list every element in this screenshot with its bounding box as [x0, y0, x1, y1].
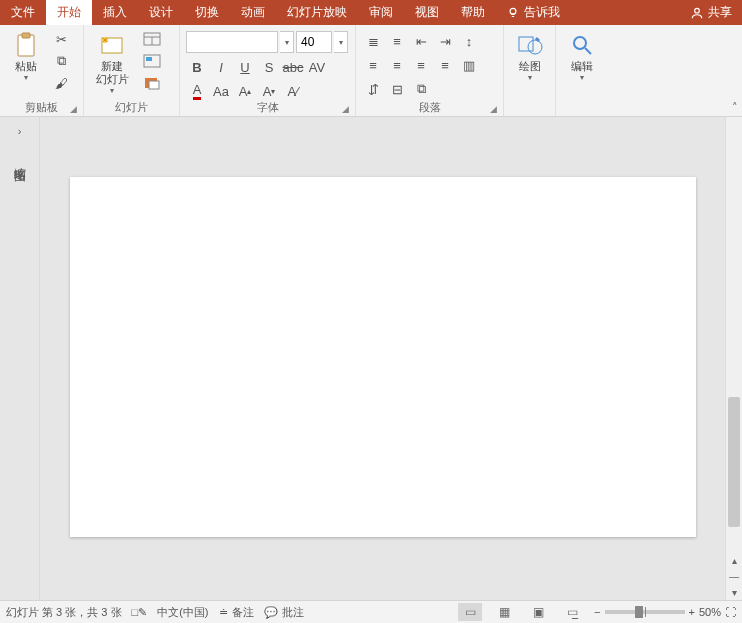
font-size-dropdown[interactable]: ▾ — [334, 31, 348, 53]
decrease-indent-button[interactable]: ⇤ — [410, 31, 432, 51]
eraser-icon: A⁄ — [288, 84, 299, 99]
section-icon — [143, 76, 161, 90]
reading-view-icon: ▣ — [533, 605, 544, 619]
paragraph-launcher[interactable]: ◢ — [490, 104, 500, 114]
paste-button[interactable]: 粘贴 ▾ — [6, 29, 46, 82]
grow-font-button[interactable]: A▴ — [234, 81, 256, 101]
tab-transitions[interactable]: 切换 — [184, 0, 230, 25]
smartart-button[interactable]: ⧉ — [410, 79, 432, 99]
italic-button[interactable]: I — [210, 57, 232, 77]
slideshow-view-button[interactable]: ▭̲ — [560, 603, 584, 621]
font-name-dropdown[interactable]: ▾ — [280, 31, 294, 53]
columns-button[interactable]: ▥ — [458, 55, 480, 75]
numbering-button[interactable]: ≡ — [386, 31, 408, 51]
drawing-label: 绘图 — [519, 60, 541, 73]
clipboard-launcher[interactable]: ◢ — [70, 104, 80, 114]
collapse-ribbon-button[interactable]: ˄ — [732, 101, 738, 114]
tell-me-label: 告诉我 — [524, 4, 560, 21]
align-left-button[interactable]: ≡ — [362, 55, 384, 75]
zoom-handle[interactable] — [635, 606, 643, 618]
layout-button[interactable] — [138, 29, 166, 49]
svg-point-0 — [510, 8, 516, 14]
share-button[interactable]: 共享 — [680, 0, 742, 25]
editing-button[interactable]: 编辑 ▾ — [562, 29, 602, 82]
bold-button[interactable]: B — [186, 57, 208, 77]
normal-view-icon: ▭ — [465, 605, 476, 619]
svg-point-15 — [574, 37, 586, 49]
cut-button[interactable]: ✂ — [50, 29, 72, 49]
change-case-button[interactable]: Aa — [210, 81, 232, 101]
slide-counter[interactable]: 幻灯片 第 3 张，共 3 张 — [6, 605, 122, 620]
search-icon — [568, 31, 596, 59]
reset-button[interactable] — [138, 51, 166, 71]
new-slide-button[interactable]: 新建 幻灯片 ▾ — [90, 29, 134, 95]
vertical-scrollbar[interactable]: ▴ — ▾ — [725, 117, 742, 600]
align-right-button[interactable]: ≡ — [410, 55, 432, 75]
spellcheck-icon: □✎ — [132, 606, 148, 619]
section-button[interactable] — [138, 73, 166, 93]
group-editing: 编辑 ▾ — [556, 25, 608, 116]
align-text-button[interactable]: ⊟ — [386, 79, 408, 99]
share-label: 共享 — [708, 4, 732, 21]
notes-label: 备注 — [232, 605, 254, 620]
line-spacing-icon: ↕ — [466, 34, 473, 49]
tab-design[interactable]: 设计 — [138, 0, 184, 25]
tab-view[interactable]: 视图 — [404, 0, 450, 25]
text-direction-button[interactable]: ⇵ — [362, 79, 384, 99]
sorter-view-button[interactable]: ▦ — [492, 603, 516, 621]
strikethrough-button[interactable]: abc — [282, 57, 304, 77]
tab-file[interactable]: 文件 — [0, 0, 46, 25]
clear-format-button[interactable]: A⁄ — [282, 81, 304, 101]
font-color-button[interactable]: A — [186, 81, 208, 101]
align-center-icon: ≡ — [393, 58, 401, 73]
tab-help[interactable]: 帮助 — [450, 0, 496, 25]
notes-button[interactable]: ≐ 备注 — [219, 605, 254, 620]
work-area: › 缩略图 ▴ — ▾ — [0, 117, 742, 600]
next-slide-button[interactable]: ▾ — [726, 584, 742, 600]
shadow-button[interactable]: S — [258, 57, 280, 77]
fit-window-button[interactable]: ⛶ — [725, 606, 736, 618]
zoom-slider[interactable] — [605, 610, 685, 614]
font-name-input[interactable] — [186, 31, 278, 53]
thumbnails-label: 缩略图 — [11, 157, 28, 163]
zoom-percent[interactable]: 50% — [699, 606, 721, 618]
tell-me[interactable]: 告诉我 — [496, 0, 570, 25]
outdent-icon: ⇤ — [416, 34, 427, 49]
new-slide-icon — [98, 31, 126, 59]
increase-indent-button[interactable]: ⇥ — [434, 31, 456, 51]
group-font: ▾ ▾ B I U S abc A͏V A Aa A▴ A▾ A⁄ 字体 ◢ — [180, 25, 356, 116]
scrollbar-thumb[interactable] — [728, 397, 740, 527]
slide[interactable] — [70, 177, 696, 537]
shrink-font-button[interactable]: A▾ — [258, 81, 280, 101]
align-center-button[interactable]: ≡ — [386, 55, 408, 75]
underline-button[interactable]: U — [234, 57, 256, 77]
tab-review[interactable]: 审阅 — [358, 0, 404, 25]
chevron-down-icon: ▾ — [528, 73, 532, 82]
copy-button[interactable]: ⧉ — [50, 51, 72, 71]
font-size-input[interactable] — [296, 31, 332, 53]
font-launcher[interactable]: ◢ — [342, 104, 352, 114]
format-painter-button[interactable]: 🖌 — [50, 73, 72, 93]
svg-point-14 — [528, 40, 542, 54]
zoom-in-button[interactable]: + — [689, 606, 695, 618]
tab-home[interactable]: 开始 — [46, 0, 92, 25]
font-color-icon: A — [193, 82, 202, 100]
justify-button[interactable]: ≡ — [434, 55, 456, 75]
normal-view-button[interactable]: ▭ — [458, 603, 482, 621]
bullets-button[interactable]: ≣ — [362, 31, 384, 51]
tab-animations[interactable]: 动画 — [230, 0, 276, 25]
tab-slideshow[interactable]: 幻灯片放映 — [276, 0, 358, 25]
drawing-button[interactable]: 绘图 ▾ — [510, 29, 549, 82]
comments-button[interactable]: 💬 批注 — [264, 605, 304, 620]
person-icon — [690, 6, 704, 20]
prev-slide-button[interactable]: ▴ — [726, 552, 742, 568]
spellcheck-button[interactable]: □✎ — [132, 606, 148, 619]
new-slide-label: 新建 幻灯片 — [96, 60, 129, 86]
language-button[interactable]: 中文(中国) — [157, 605, 208, 620]
zoom-out-button[interactable]: − — [594, 606, 600, 618]
reading-view-button[interactable]: ▣ — [526, 603, 550, 621]
tab-insert[interactable]: 插入 — [92, 0, 138, 25]
expand-thumbnails-button[interactable]: › — [18, 125, 22, 137]
line-spacing-button[interactable]: ↕ — [458, 31, 480, 51]
char-spacing-button[interactable]: A͏V — [306, 57, 328, 77]
